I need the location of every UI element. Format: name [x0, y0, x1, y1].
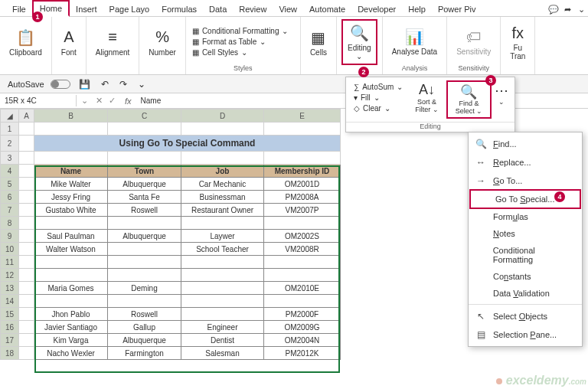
- col-a[interactable]: A: [19, 110, 34, 123]
- clear-button[interactable]: ◇Clear ⌄: [352, 103, 404, 113]
- find-select-button[interactable]: 🔍Find & Select ⌄: [446, 80, 492, 119]
- row-8[interactable]: 8: [1, 217, 19, 230]
- clipboard-button[interactable]: 📋Clipboard: [5, 19, 47, 65]
- alignment-button[interactable]: ≡Alignment: [91, 19, 134, 65]
- table-row[interactable]: 18Nacho WexlerFarmingtonSalesmanPM2012K: [1, 347, 341, 360]
- table-row[interactable]: 16Javier SantiagoGallupEngineerOM2009G: [1, 321, 341, 334]
- cell-styles-button[interactable]: ▦Cell Styles ⌄: [191, 47, 296, 57]
- name-box[interactable]: 15R x 4C: [0, 95, 77, 106]
- tab-pagelayout[interactable]: Page Layo: [103, 2, 156, 16]
- tab-formulas[interactable]: Formulas: [155, 2, 203, 16]
- row-15[interactable]: 15: [1, 308, 19, 321]
- autosum-button[interactable]: ∑AutoSum ⌄: [352, 82, 404, 92]
- row-12[interactable]: 12: [1, 269, 19, 282]
- col-b[interactable]: B: [34, 110, 108, 123]
- title-cell[interactable]: Using Go To Special Command: [34, 136, 341, 152]
- select-all-cell[interactable]: ◢: [1, 110, 19, 123]
- row-10[interactable]: 10: [1, 243, 19, 256]
- table-row[interactable]: 9Saul PaulmanAlbuquerqueLaywerOM2002S: [1, 230, 341, 243]
- font-button[interactable]: AFont: [57, 19, 81, 65]
- menu-replace[interactable]: ↔Replace...: [469, 153, 582, 172]
- namebox-dropdown-icon[interactable]: ⌄: [77, 96, 93, 106]
- redo-icon[interactable]: ↷: [117, 79, 129, 90]
- table-row[interactable]: 11: [1, 256, 341, 269]
- fill-button[interactable]: ▾Fill ⌄: [352, 93, 404, 103]
- table-row[interactable]: 7Gustabo WhiteRoswellRestaurant OwnerVM2…: [1, 204, 341, 217]
- menu-selection-pane[interactable]: ▤Selection Pane...: [469, 325, 582, 344]
- qat-more-icon[interactable]: ⌄: [136, 79, 148, 90]
- tab-help[interactable]: Help: [402, 2, 432, 16]
- row-16[interactable]: 16: [1, 321, 19, 334]
- menu-constants[interactable]: Constants: [469, 268, 582, 285]
- tab-data[interactable]: Data: [203, 2, 233, 16]
- fx-cancel-icon[interactable]: ✕: [93, 96, 106, 106]
- fx-check-icon[interactable]: ✓: [106, 96, 119, 106]
- menu-cond-fmt[interactable]: Conditional Formatting: [469, 242, 582, 268]
- table-row[interactable]: 5Mike WalterAlbuquerqueCar MechanicOM200…: [1, 178, 341, 191]
- menu-notes[interactable]: Notes: [469, 225, 582, 242]
- conditional-formatting-button[interactable]: ▦Conditional Formatting ⌄: [191, 26, 296, 36]
- menu-formulas[interactable]: Formulas: [469, 208, 582, 225]
- row-4[interactable]: 4: [1, 165, 19, 178]
- row-6[interactable]: 6: [1, 191, 19, 204]
- table-row[interactable]: 14: [1, 295, 341, 308]
- col-e[interactable]: E: [264, 110, 341, 123]
- dd-more-button[interactable]: ⋯⌄: [492, 80, 511, 119]
- row-14[interactable]: 14: [1, 295, 19, 308]
- tab-insert[interactable]: Insert: [70, 2, 103, 16]
- row-13[interactable]: 13: [1, 282, 19, 295]
- row-11[interactable]: 11: [1, 256, 19, 269]
- fx-label[interactable]: fx: [119, 96, 138, 106]
- row-17[interactable]: 17: [1, 334, 19, 347]
- table-row[interactable]: 17Kim VargaAlbuquerqueDentistOM2004N: [1, 334, 341, 347]
- autosave-toggle[interactable]: [51, 80, 70, 89]
- format-as-table-button[interactable]: ▦Format as Table ⌄: [191, 37, 296, 47]
- sensitivity-button[interactable]: 🏷Sensitivity: [452, 19, 495, 64]
- tab-developer[interactable]: Developer: [351, 2, 402, 16]
- analyse-data-button[interactable]: 📊Analyse Data: [387, 19, 442, 64]
- col-c[interactable]: C: [108, 110, 181, 123]
- hdr-name[interactable]: Name: [34, 165, 108, 178]
- row-2[interactable]: 2: [1, 136, 19, 152]
- hdr-town[interactable]: Town: [108, 165, 181, 178]
- cells-icon: ▦: [311, 28, 325, 47]
- hdr-job[interactable]: Job: [181, 165, 264, 178]
- menu-goto[interactable]: →Go To...: [469, 172, 582, 190]
- menu-find[interactable]: 🔍Find...: [469, 135, 582, 153]
- editing-button[interactable]: 🔍Editing⌄: [341, 19, 377, 65]
- hdr-membership[interactable]: Membership ID: [264, 165, 341, 178]
- row-1[interactable]: 1: [1, 123, 19, 136]
- row-7[interactable]: 7: [1, 204, 19, 217]
- sort-icon: A↓: [419, 82, 435, 99]
- row-5[interactable]: 5: [1, 178, 19, 191]
- row-18[interactable]: 18: [1, 347, 19, 360]
- tab-powerpivot[interactable]: Power Piv: [432, 2, 482, 16]
- comments-icon[interactable]: 💬: [547, 3, 560, 16]
- share-icon[interactable]: ➦: [560, 3, 574, 16]
- tab-file[interactable]: File: [6, 2, 32, 16]
- fx-icon: fx: [512, 24, 524, 42]
- save-icon[interactable]: 💾: [77, 79, 93, 90]
- tab-automate[interactable]: Automate: [303, 2, 351, 16]
- number-button[interactable]: %Number: [144, 19, 181, 65]
- collapse-icon[interactable]: ⌄: [574, 3, 588, 16]
- menu-select-objects[interactable]: ↖Select Objects: [469, 307, 582, 325]
- row-9[interactable]: 9: [1, 230, 19, 243]
- table-row[interactable]: 12: [1, 269, 341, 282]
- tab-view[interactable]: View: [273, 2, 303, 16]
- undo-icon[interactable]: ↶: [99, 79, 111, 90]
- functions-button[interactable]: fxFuTran: [505, 19, 530, 65]
- col-d[interactable]: D: [181, 110, 264, 123]
- callout-1: 1: [32, 11, 43, 22]
- table-row[interactable]: 10Walter WatsonSchool TeacherVM2008R: [1, 243, 341, 256]
- table-row[interactable]: 8: [1, 217, 341, 230]
- cells-button[interactable]: ▦Cells: [305, 19, 332, 65]
- menu-data-validation[interactable]: Data Validation: [469, 285, 582, 302]
- row-3[interactable]: 3: [1, 152, 19, 165]
- sort-filter-button[interactable]: A↓Sort & Filter ⌄: [407, 80, 446, 119]
- table-row[interactable]: 13Maria GomesDemingOM2010E: [1, 282, 341, 295]
- menu-separator: [469, 304, 582, 305]
- table-row[interactable]: 6Jessy FringSanta FeBusinessmanPM2008A: [1, 191, 341, 204]
- tab-review[interactable]: Review: [233, 2, 273, 16]
- table-row[interactable]: 15Jhon PabloRoswellPM2000F: [1, 308, 341, 321]
